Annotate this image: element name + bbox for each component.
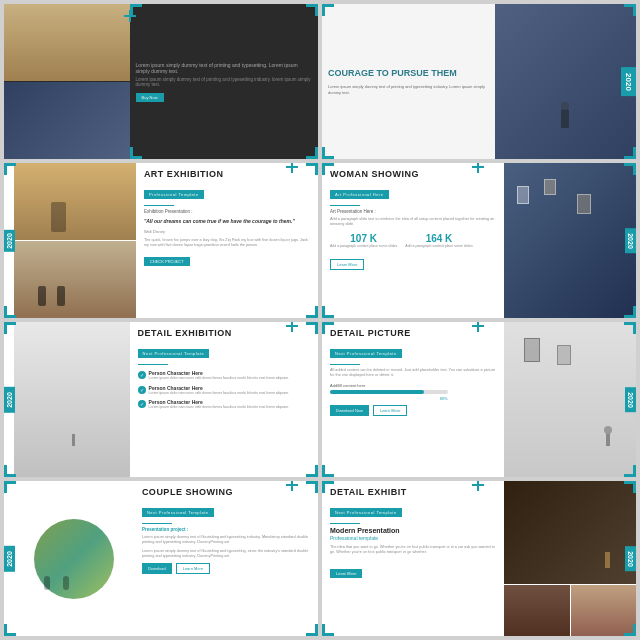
slide-detail-exhibition: 2020 DETAIL EXHIBITION Next Professional… <box>4 322 318 477</box>
cross-deco-8 <box>472 481 484 495</box>
couple-circle-img <box>34 519 114 599</box>
detail-exhibition-label: Next Professional Template <box>138 349 210 358</box>
exhibition-label: Exhibition Presentation : <box>144 209 312 214</box>
slide-art-exhibition: 2020 ART EXHIBITION Prof <box>4 163 318 318</box>
stat-2: 164 K Add a paragraph content place some… <box>405 233 472 249</box>
art-exhibition-quote: "All our dreams can come true if we have… <box>144 218 312 225</box>
cross-deco-4 <box>472 163 484 177</box>
check1-body: Lorem ipsum dolor nam nunc velit donec f… <box>149 376 289 381</box>
couple-download-button[interactable]: Download <box>142 563 172 574</box>
stat1-number: 107 K <box>330 233 397 244</box>
couple-project-label: Presentation project : <box>142 527 312 532</box>
detail-exhibit-btn[interactable]: Learn More <box>330 569 362 578</box>
slide1-text2: Lorem ipsum simply dummy text of printin… <box>136 77 312 87</box>
slide-detail-picture: DETAIL PICTURE Next Professional Templat… <box>322 322 636 477</box>
progress-bar-fill <box>330 390 424 394</box>
year-badge-5: 2020 <box>4 387 15 413</box>
download-now-button[interactable]: Download Now <box>330 405 369 416</box>
year-badge-3: 2020 <box>4 230 15 252</box>
couple-buttons: Download Learn More <box>142 563 312 574</box>
progress-percent: 80% <box>330 396 448 401</box>
stat1-desc: Add a paragraph content place some slide… <box>330 244 397 249</box>
woman-showing-body: Add a paragraph slide text to reinforce … <box>330 217 498 228</box>
main-grid: Lorem ipsum simply dummy text of printin… <box>0 0 640 640</box>
stat2-number: 164 K <box>405 233 472 244</box>
check-item-2: Person Character Here Lorem ipsum dolor … <box>138 385 312 396</box>
year-badge-4: 2020 <box>625 228 636 254</box>
stat-1: 107 K Add a paragraph content place some… <box>330 233 397 249</box>
cross-deco-7 <box>286 481 298 495</box>
modern-pres-subtitle: Professional template <box>330 535 498 541</box>
stats-row: 107 K Add a paragraph content place some… <box>330 233 498 249</box>
detail-picture-buttons: Download Now Learn More <box>330 405 498 416</box>
slide-top-left: Lorem ipsum simply dummy text of printin… <box>4 4 318 159</box>
cross-deco-5 <box>286 322 298 336</box>
art-exhibition-label: Professional Template <box>144 190 204 199</box>
art-exhibition-body: The quick, brown fox jumps over a lazy d… <box>144 238 312 249</box>
check-icon-2 <box>138 386 146 394</box>
couple-body2: Lorem ipsum simply dummy text of flouris… <box>142 549 312 560</box>
buy-now-button[interactable]: Buy Now <box>136 93 164 102</box>
year-badge-6: 2020 <box>625 387 636 413</box>
check2-body: Lorem ipsum dolor nam nunc velit donec f… <box>149 391 289 396</box>
check-project-button[interactable]: CHECK PROJECT <box>144 257 190 266</box>
year-badge-8: 2020 <box>625 546 636 572</box>
cross-deco-3 <box>286 163 298 177</box>
check-item-1: Person Character Here Lorem ipsum dolor … <box>138 370 312 381</box>
woman-showing-label: Art Professional Here <box>330 190 389 199</box>
ws-sublabel: Art Presentation Here : <box>330 209 498 214</box>
year-badge-2: 2020 <box>621 67 636 97</box>
slide1-text1: Lorem ipsum simply dummy text of printin… <box>136 62 312 74</box>
check-icon-3 <box>138 400 146 408</box>
detail-picture-body: All added content can be deleted or move… <box>330 368 498 379</box>
slide-woman-showing: WOMAN SHOWING Art Professional Here Art … <box>322 163 636 318</box>
learn-more-detail[interactable]: Learn More <box>373 405 407 416</box>
check-icon-1 <box>138 371 146 379</box>
year-badge-7: 2020 <box>4 546 15 572</box>
progress-bar-wrap <box>330 390 448 394</box>
slide-couple-showing: 2020 COUPLE SHOWING Next Professional Te… <box>4 481 318 636</box>
progress-label: Add/fill content here <box>330 383 498 388</box>
slide-top-right: COURAGE TO PURSUE THEM Lorem ipsum simpl… <box>322 4 636 159</box>
check-item-3: Person Character Here Lorem ipsum dolor … <box>138 399 312 410</box>
quote-attr: Walt Disney <box>144 229 312 234</box>
slide-detail-exhibit: DETAIL EXHIBIT Next Professional Templat… <box>322 481 636 636</box>
learn-more-woman[interactable]: Learn More <box>330 259 364 270</box>
slide2-text: Lorem ipsum simply dummy text of printin… <box>328 84 489 95</box>
modern-pres-title: Modern Presentation <box>330 527 498 534</box>
detail-exhibit-body: The idea that you want to go. Whether yo… <box>330 545 498 556</box>
slide2-title: COURAGE TO PURSUE THEM <box>328 68 489 80</box>
couple-learn-more[interactable]: Learn More <box>176 563 210 574</box>
check3-body: Lorem ipsum dolor nam nunc velit donec f… <box>149 405 289 410</box>
stat2-desc: Add a paragraph content place some slide… <box>405 244 472 249</box>
cross-deco-6 <box>472 322 484 336</box>
detail-exhibit-sublabel: Next Professional Template <box>330 508 402 517</box>
couple-body1: Lorem ipsum simply dummy text of flouris… <box>142 535 312 546</box>
detail-picture-label: Next Professional Template <box>330 349 402 358</box>
couple-showing-sublabel: Next Professional Template <box>142 508 214 517</box>
